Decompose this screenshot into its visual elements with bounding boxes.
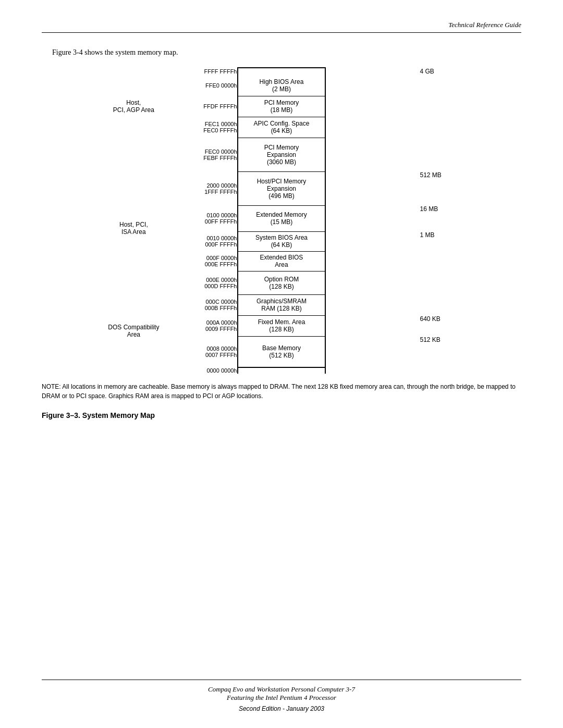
size-label: 640 KB [420,315,464,336]
box-cell: Graphics/SMRAMRAM (128 KB) [238,294,326,315]
region-label [325,96,420,117]
box-cell: APIC Config. Space(64 KB) [238,117,326,138]
box-cell: Option ROM(128 KB) [238,271,326,294]
addr-label: 000A 0000h0009 FFFFh [168,315,238,336]
table-row: 0000 0000h [99,367,464,374]
area-label [99,367,168,374]
region-label [325,336,420,367]
figure-label: Figure 3–3. System Memory Map [42,411,521,419]
size-label [420,251,464,271]
footer-line2: Featuring the Intel Pentium 4 Processor [42,694,521,702]
region-text: Host/PCI MemoryExpansion(496 MB) [257,178,307,200]
table-row: Host,PCI, AGP Area FFE0 0000h High BIOS … [99,75,464,96]
table-row: Host, PCI,ISA Area 0100 0000h00FF FFFFh … [99,205,464,231]
region-text: PCI MemoryExpansion(3060 MB) [264,144,299,166]
size-label [420,96,464,117]
box-cell: Fixed Mem. Area(128 KB) [238,315,326,336]
box-cell: PCI Memory(18 MB) [238,96,326,117]
region-text: System BIOS Area(64 KB) [255,234,308,249]
memory-map-diagram: FFFF FFFFh 4 GB Host,PCI, AGP Area FFE0 … [99,67,464,374]
addr-label: 0010 0000h000F FFFFh [168,231,238,251]
addr-label: FEC1 0000hFEC0 FFFFh [168,117,238,138]
region-text: High BIOS Area(2 MB) [260,78,304,93]
table-row: DOS CompatibilityArea 000C 0000h000B FFF… [99,294,464,315]
page-header: Technical Reference Guide [42,21,521,33]
region-label [325,251,420,271]
figure-caption: Figure 3-4 shows the system memory map. [52,48,521,57]
size-label: 1 MB [420,231,464,251]
region-text: Base Memory(512 KB) [262,344,301,359]
size-label [420,271,464,294]
footer-line1: Compaq Evo and Workstation Personal Comp… [42,685,521,694]
area-label [99,171,168,205]
table-row: 000F 0000h000E FFFFh Extended BIOSArea [99,251,464,271]
region-label [325,315,420,336]
region-label [325,68,420,75]
addr-label: 0100 0000h00FF FFFFh [168,205,238,231]
size-label [420,138,464,171]
box-cell: Extended BIOSArea [238,251,326,271]
addr-label: FEC0 0000hFEBF FFFFh [168,138,238,171]
box-cell: Host/PCI MemoryExpansion(496 MB) [238,171,326,205]
region-text: Extended BIOSArea [260,254,303,268]
addr-label: 2000 0000h1FFF FFFFh [168,171,238,205]
size-label [420,117,464,138]
addr-label: 000F 0000h000E FFFFh [168,251,238,271]
region-label [325,138,420,171]
memory-map-table: FFFF FFFFh 4 GB Host,PCI, AGP Area FFE0 … [99,67,464,374]
box-cell: PCI MemoryExpansion(3060 MB) [238,138,326,171]
region-label [325,117,420,138]
region-label [325,294,420,315]
size-label: 512 KB [420,336,464,367]
box-cell: Base Memory(512 KB) [238,336,326,367]
region-label [325,75,420,96]
region-text: Extended Memory(15 MB) [256,211,307,226]
area-label [99,68,168,75]
addr-label: 0008 0000h0007 FFFFh [168,336,238,367]
header-title: Technical Reference Guide [448,21,521,29]
size-label: 4 GB [420,68,464,75]
size-label [420,367,464,374]
area-label [99,251,168,271]
area-label [99,271,168,294]
addr-label: FFE0 0000h [168,75,238,96]
box-cell: High BIOS Area(2 MB) [238,75,326,96]
addr-label: 000E 0000h000D FFFFh [168,271,238,294]
addr-label: 000C 0000h000B FFFFh [168,294,238,315]
area-label [99,138,168,171]
size-label: 512 MB [420,171,464,205]
box-cell: Extended Memory(15 MB) [238,205,326,231]
note-text: NOTE: All locations in memory are cachea… [42,382,521,401]
box-cell [238,367,326,374]
table-row: FEC0 0000hFEBF FFFFh PCI MemoryExpansion… [99,138,464,171]
size-label [420,294,464,315]
region-label [325,367,420,374]
box-cell: System BIOS Area(64 KB) [238,231,326,251]
addr-label: 0000 0000h [168,367,238,374]
region-text: Graphics/SMRAMRAM (128 KB) [256,298,307,312]
region-text: APIC Config. Space(64 KB) [254,120,310,134]
region-text: Option ROM(128 KB) [264,276,299,290]
region-label [325,171,420,205]
region-text: Fixed Mem. Area(128 KB) [258,318,305,333]
addr-label: FFDF FFFFh [168,96,238,117]
area-label: DOS CompatibilityArea [99,294,168,367]
region-label [325,205,420,231]
table-row: 2000 0000h1FFF FFFFh Host/PCI MemoryExpa… [99,171,464,205]
area-label: Host, PCI,ISA Area [99,205,168,251]
region-label [325,271,420,294]
box-cell [238,68,326,75]
page-footer: Compaq Evo and Workstation Personal Comp… [42,680,521,712]
footer-edition: Second Edition - January 2003 [42,705,521,712]
figure-text: System Memory Map [80,411,155,419]
region-label [325,231,420,251]
area-label: Host,PCI, AGP Area [99,75,168,138]
size-label: 16 MB [420,205,464,231]
size-label [420,75,464,96]
page: Technical Reference Guide Figure 3-4 sho… [0,0,563,728]
region-text: PCI Memory(18 MB) [264,99,299,114]
addr-label: FFFF FFFFh [168,68,238,75]
figure-bold: Figure 3–3. [42,411,80,419]
table-row: 000E 0000h000D FFFFh Option ROM(128 KB) [99,271,464,294]
table-row: FFFF FFFFh 4 GB [99,68,464,75]
